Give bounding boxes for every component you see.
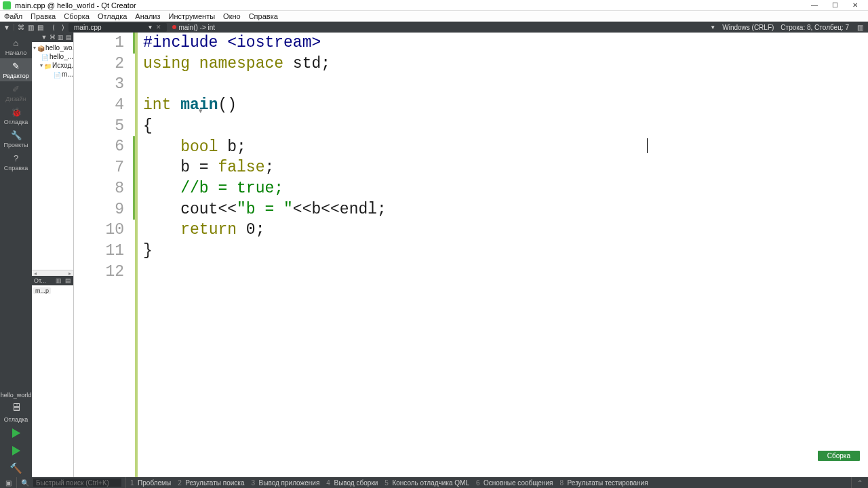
menubar: ФайлПравкаСборкаОтладкаАнализИнструменты… — [0, 11, 868, 22]
kit-config[interactable]: Отладка — [0, 415, 32, 424]
search-icon: 🔍 — [21, 479, 29, 487]
close-output-icon[interactable]: ⌃ — [856, 479, 864, 487]
code-area[interactable]: #include <iostream> using namespace std;… — [138, 33, 868, 477]
output-pane-1[interactable]: 1 Проблемы — [130, 479, 171, 487]
text-cursor — [647, 138, 648, 153]
output-pane-3[interactable]: 3 Вывод приложения — [251, 479, 319, 487]
menu-инструменты[interactable]: Инструменты — [169, 12, 216, 20]
qt-logo-icon — [3, 1, 11, 9]
titlebar: main.cpp @ hello_world - Qt Creator — ☐ … — [0, 0, 868, 11]
encoding-status[interactable]: Windows (CRLF) — [722, 24, 774, 31]
mode-справка[interactable]: ?Справка — [0, 150, 32, 174]
tree-row[interactable]: ▾hello_wo... — [32, 43, 73, 52]
kit-monitor-icon[interactable]: 🖥 — [0, 400, 32, 415]
opendocs-split-icon[interactable]: ▥ — [55, 277, 62, 284]
mode-icon: ? — [11, 153, 22, 164]
mode-проекты[interactable]: 🔧Проекты — [0, 127, 32, 150]
menu-отладка[interactable]: Отладка — [98, 12, 127, 20]
menu-справка[interactable]: Справка — [249, 12, 278, 20]
crumb-dropdown-icon[interactable]: ▼ — [710, 24, 715, 30]
tree-hscroll[interactable]: ◂▸ — [32, 270, 73, 276]
menu-сборка[interactable]: Сборка — [64, 12, 90, 20]
code-editor[interactable]: 123456789101112 ▾ #include <iostream> us… — [74, 33, 868, 477]
link-icon[interactable]: ⌘ — [17, 23, 25, 31]
quick-search-input[interactable] — [33, 479, 121, 487]
mode-icon: 🔧 — [11, 130, 22, 141]
open-doc-item[interactable]: m...p — [33, 287, 51, 294]
bottom-status-bar: ▣ 🔍 1 Проблемы2 Результаты поиска3 Вывод… — [0, 477, 868, 488]
kit-name[interactable]: hello_world — [0, 390, 32, 400]
split-editor-icon[interactable]: ▥ — [856, 23, 864, 31]
open-docs-header: От... ▥ ▤ — [32, 276, 73, 285]
menu-файл[interactable]: Файл — [4, 12, 22, 20]
panel-close-icon[interactable]: ▤ — [65, 34, 72, 41]
line-gutter: 123456789101112 — [74, 33, 138, 477]
nav-back-icon[interactable]: ⟨ — [50, 23, 58, 31]
mode-icon: ✐ — [11, 84, 22, 95]
output-pane-8[interactable]: 8 Результаты тестирования — [559, 479, 648, 487]
build-progress-badge: Сборка — [818, 451, 860, 461]
close-button[interactable]: ✕ — [845, 0, 865, 11]
mode-дизайн[interactable]: ✐Дизайн — [0, 81, 32, 104]
split-h-icon[interactable]: ▥ — [26, 23, 35, 31]
opendocs-close-icon[interactable]: ▤ — [64, 277, 71, 284]
panel-filter-icon[interactable]: ▼ — [41, 34, 47, 41]
output-pane-5[interactable]: 5 Консоль отладчика QML — [384, 479, 469, 487]
menu-правка[interactable]: Правка — [31, 12, 56, 20]
tab-close-icon[interactable]: ✕ — [156, 24, 161, 30]
panel-add-split-icon[interactable]: ▥ — [57, 34, 64, 41]
mode-icon: ⌂ — [11, 38, 22, 49]
output-pane-6[interactable]: 6 Основные сообщения — [476, 479, 553, 487]
tree-row[interactable]: hello_... — [32, 52, 73, 61]
output-pane-4[interactable]: 4 Вывод сборки — [326, 479, 378, 487]
build-button[interactable]: 🔨 — [0, 460, 32, 477]
mode-отладка[interactable]: 🐞Отладка — [0, 104, 32, 127]
split-v-icon[interactable]: ▤ — [36, 23, 44, 31]
output-toggle-icon[interactable]: ▣ — [4, 479, 12, 487]
cursor-position[interactable]: Строка: 8, Столбец: 7 — [781, 24, 849, 31]
mode-редактор[interactable]: ✎Редактор — [0, 58, 32, 81]
mode-bar: ⌂Начало✎Редактор✐Дизайн🐞Отладка🔧Проекты?… — [0, 33, 32, 477]
nav-fwd-icon[interactable]: ⟩ — [59, 23, 67, 31]
tree-row[interactable]: ▾Исход... — [32, 61, 73, 70]
mode-начало[interactable]: ⌂Начало — [0, 35, 32, 58]
editor-toolbar: ▼ ⌘ ▥ ▤ ⟨ ⟩ main.cpp ▼ ✕ main() -> int ▼… — [0, 22, 868, 33]
filter-icon[interactable]: ▼ — [3, 23, 11, 31]
symbol-dot-icon — [172, 25, 176, 29]
tab-dropdown-icon[interactable]: ▼ — [148, 24, 153, 30]
menu-анализ[interactable]: Анализ — [135, 12, 160, 20]
menu-окно[interactable]: Окно — [223, 12, 241, 20]
open-docs-list[interactable]: m...p — [32, 285, 73, 478]
project-panel: ▼ ⌘ ▥ ▤ ▾hello_wo...hello_...▾Исход...m.… — [32, 33, 74, 477]
fold-icon[interactable]: ▾ — [199, 106, 203, 115]
tree-row[interactable]: m... — [32, 70, 73, 79]
debug-run-button[interactable] — [0, 442, 32, 460]
mode-icon: ✎ — [11, 61, 22, 72]
panel-link-icon[interactable]: ⌘ — [49, 34, 56, 41]
mode-icon: 🐞 — [11, 107, 22, 118]
maximize-button[interactable]: ☐ — [825, 0, 845, 11]
symbol-crumb[interactable]: main() -> int — [168, 24, 216, 31]
minimize-button[interactable]: — — [804, 0, 825, 11]
file-tab[interactable]: main.cpp ▼ ✕ — [68, 23, 167, 32]
project-tree[interactable]: ▾hello_wo...hello_...▾Исход...m... — [32, 42, 73, 80]
project-panel-header: ▼ ⌘ ▥ ▤ — [32, 33, 73, 42]
output-pane-2[interactable]: 2 Результаты поиска — [178, 479, 244, 487]
window-title: main.cpp @ hello_world - Qt Creator — [15, 1, 804, 9]
run-button[interactable] — [0, 424, 32, 442]
file-tab-label: main.cpp — [74, 24, 102, 31]
